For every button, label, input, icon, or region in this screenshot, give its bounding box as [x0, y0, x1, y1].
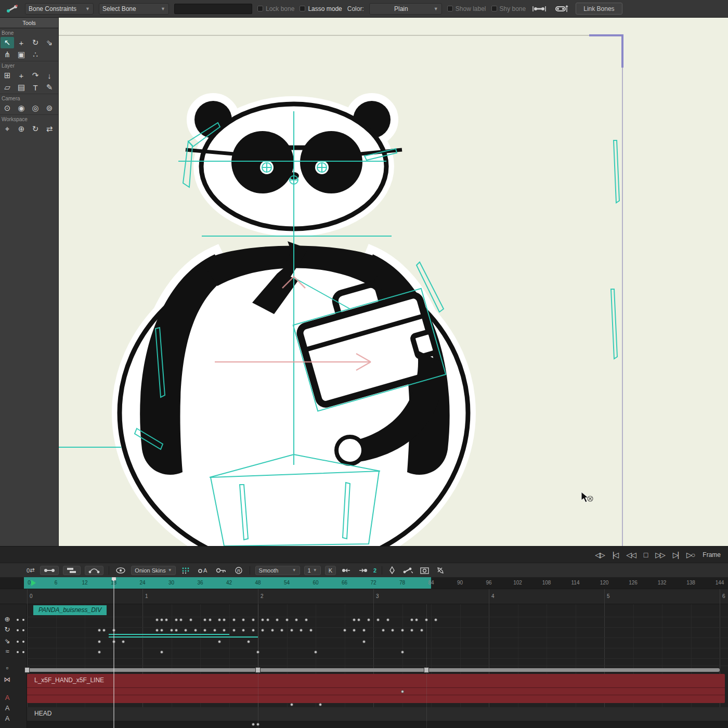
- keyframe-dot[interactable]: [401, 629, 404, 632]
- keyframe-dot[interactable]: [367, 618, 370, 621]
- keyframe-dot[interactable]: [98, 640, 101, 643]
- scale-channel-icon[interactable]: ⇘: [3, 637, 12, 645]
- keyframe-dot[interactable]: [247, 640, 250, 643]
- rotate-layer-icon[interactable]: ↷: [29, 70, 42, 81]
- keyframe-dot[interactable]: [319, 703, 322, 706]
- channel-status-dot[interactable]: [17, 619, 19, 621]
- duplicate-layer-icon[interactable]: ▤: [15, 82, 28, 93]
- interpolation-dropdown[interactable]: Smooth ▼: [255, 566, 300, 575]
- keyframe-dot[interactable]: [261, 618, 264, 621]
- keyframe-dot[interactable]: [232, 618, 236, 621]
- keyframe-dot[interactable]: [280, 629, 283, 632]
- channel-status-dot[interactable]: [17, 651, 19, 653]
- reset-workspace-icon[interactable]: ⇄: [43, 123, 56, 135]
- keyframe-dot[interactable]: [261, 629, 264, 632]
- channel-status-dot[interactable]: [17, 629, 19, 631]
- keyframe-dot[interactable]: [184, 629, 187, 632]
- zoom-workspace-icon[interactable]: ⊕: [15, 123, 28, 135]
- pin-bone-button[interactable]: [553, 3, 570, 15]
- cycle-dropdown[interactable]: 1 ▼: [304, 566, 321, 575]
- keyframe-dot[interactable]: [170, 629, 173, 632]
- channel-status-dot[interactable]: [22, 619, 24, 621]
- keyframe-dot[interactable]: [353, 618, 356, 621]
- keyframe-dot[interactable]: [155, 618, 159, 621]
- select-bone-dropdown[interactable]: Select Bone ▼: [99, 3, 169, 15]
- seconds-ruler[interactable]: 0123456: [0, 589, 728, 604]
- keyframe-dot[interactable]: [175, 629, 178, 632]
- keyframe-options-button[interactable]: K: [325, 566, 336, 575]
- key-tool-button[interactable]: [214, 566, 229, 575]
- keyframe-dot[interactable]: [290, 629, 293, 632]
- keyframe-dot[interactable]: [213, 629, 216, 632]
- link-bones-button[interactable]: Link Bones: [576, 3, 622, 15]
- keyframe-dot[interactable]: [305, 618, 308, 621]
- frame-ruler[interactable]: 0612182430364248546066727884909610210811…: [0, 577, 728, 589]
- loop-range-icon[interactable]: ◁▷: [595, 551, 604, 559]
- channel-status-dot[interactable]: [22, 641, 24, 643]
- keyframe-pill-button[interactable]: [40, 566, 59, 575]
- audio-channel-icon-1[interactable]: A: [3, 694, 12, 701]
- keyframe-dot[interactable]: [309, 629, 313, 632]
- keyframe-dot[interactable]: [122, 640, 125, 643]
- audio-channel-icon-3[interactable]: A: [3, 714, 12, 722]
- bone-color-dropdown[interactable]: Plain ▼: [369, 3, 442, 15]
- keyframe-dot[interactable]: [343, 629, 346, 632]
- layer-label-hand[interactable]: L_x5F_HAND_x5F_LINE: [34, 677, 104, 684]
- visibility-toggle[interactable]: [114, 566, 127, 575]
- next-key-button[interactable]: [357, 566, 369, 575]
- bind-points-icon[interactable]: ∴: [29, 49, 42, 60]
- keyframe-dot[interactable]: [98, 651, 101, 654]
- keyframe-dot[interactable]: [314, 651, 317, 654]
- keyframe-dot[interactable]: [223, 618, 226, 621]
- add-layer-icon[interactable]: +: [15, 70, 28, 81]
- keyframe-dot[interactable]: [391, 629, 394, 632]
- layer-label-panda[interactable]: PANDA_buisness_DIV: [33, 605, 107, 615]
- keyframe-dot[interactable]: [203, 629, 206, 632]
- translate-bone-icon[interactable]: +: [15, 37, 28, 48]
- keyframe-dot[interactable]: [256, 651, 259, 654]
- bone-tool-app-icon[interactable]: [4, 3, 20, 15]
- keyframe-dot[interactable]: [276, 618, 279, 621]
- curve-channel-icon[interactable]: ≈: [3, 647, 12, 655]
- scrubber-handle[interactable]: [424, 667, 429, 673]
- text-tool-icon[interactable]: T: [29, 82, 42, 93]
- keyframe-dot[interactable]: [252, 629, 255, 632]
- frame-step-control[interactable]: 0 ⇄: [25, 566, 36, 575]
- keyframe-dot[interactable]: [175, 618, 178, 621]
- shear-layer-icon[interactable]: ▱: [1, 82, 14, 93]
- keyframe-dot[interactable]: [401, 690, 404, 693]
- disable-drawing-button[interactable]: [435, 566, 446, 575]
- audio-channel-icon-2[interactable]: A: [3, 704, 12, 712]
- keyframe-dot[interactable]: [410, 629, 413, 632]
- keyframe-dot[interactable]: [242, 618, 245, 621]
- range-scrubber-bar[interactable]: [27, 668, 720, 672]
- show-label-checkbox[interactable]: [447, 6, 453, 11]
- keyframe-dot[interactable]: [362, 640, 366, 643]
- keyframe-dot[interactable]: [256, 723, 259, 726]
- keyframe-dot[interactable]: [232, 629, 236, 632]
- pan-tilt-camera-icon[interactable]: ⊚: [43, 102, 56, 114]
- transform-layer-icon[interactable]: ⊞: [1, 70, 14, 81]
- keyframe-dot[interactable]: [155, 629, 159, 632]
- keyframe-dot[interactable]: [285, 618, 289, 621]
- play-loop-icon[interactable]: ▷○: [686, 551, 694, 559]
- capture-frame-button[interactable]: [419, 566, 431, 575]
- step-back-icon[interactable]: ◁◁: [626, 551, 635, 559]
- keyframe-dot[interactable]: [290, 703, 293, 706]
- stretch-bone-button[interactable]: [531, 3, 548, 15]
- prev-key-button[interactable]: [340, 566, 353, 575]
- keyframe-dot[interactable]: [189, 618, 192, 621]
- curve-view-button[interactable]: [85, 566, 103, 575]
- bone-name-input[interactable]: [174, 4, 252, 14]
- keyframe-dot[interactable]: [160, 629, 163, 632]
- keyframe-dot[interactable]: [353, 629, 356, 632]
- pen-tool-icon[interactable]: ✎: [43, 82, 56, 93]
- keyframe-interval-bar[interactable]: [109, 636, 258, 638]
- keyframe-dot[interactable]: [179, 618, 183, 621]
- select-bone-icon[interactable]: ↖: [1, 37, 14, 48]
- keyframe-dot[interactable]: [252, 618, 255, 621]
- keyframe-dot[interactable]: [102, 629, 106, 632]
- step-forward-icon[interactable]: ▷▷: [655, 551, 665, 559]
- reparent-bone-icon[interactable]: ⋔: [1, 49, 14, 60]
- keyframe-dot[interactable]: [434, 618, 437, 621]
